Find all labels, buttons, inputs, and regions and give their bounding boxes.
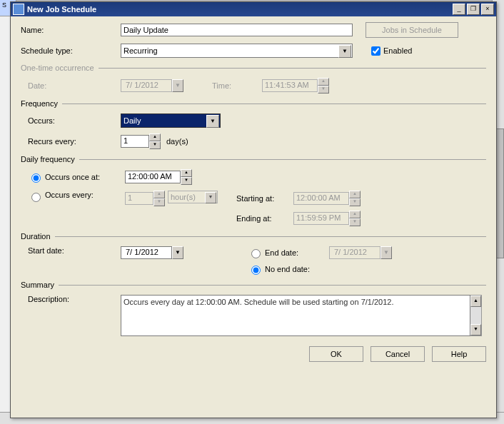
starting-at-spinner: 12:00:00 AM ▲▼ bbox=[293, 191, 361, 206]
occurs-select[interactable]: Daily ▼ bbox=[121, 113, 221, 128]
occurs-every-label: Occurs every: bbox=[45, 191, 125, 199]
restore-button[interactable]: ❐ bbox=[467, 4, 480, 15]
no-end-date-radio[interactable] bbox=[251, 266, 261, 275]
onetime-time-value: 11:41:53 AM bbox=[262, 79, 318, 92]
new-job-schedule-dialog: New Job Schedule _ ❐ × Name: Jobs in Sch… bbox=[10, 1, 497, 418]
onetime-date-picker: 7/ 1/2012 ▼ bbox=[121, 79, 183, 92]
description-textarea[interactable] bbox=[121, 295, 470, 336]
window-title: New Job Schedule bbox=[27, 5, 453, 14]
cancel-button[interactable]: Cancel bbox=[371, 346, 425, 362]
spin-up-icon: ▲ bbox=[153, 191, 165, 198]
chevron-down-icon: ▼ bbox=[205, 192, 216, 203]
occurs-every-n-value: 1 bbox=[125, 192, 153, 205]
enabled-checkbox[interactable]: Enabled bbox=[368, 44, 412, 58]
jobs-in-schedule-button: Jobs in Schedule bbox=[366, 22, 458, 38]
end-date-label: End date: bbox=[265, 248, 329, 257]
spin-down-icon: ▼ bbox=[349, 218, 361, 226]
ok-button[interactable]: OK bbox=[309, 346, 363, 362]
enabled-label: Enabled bbox=[383, 46, 412, 55]
spin-up-icon[interactable]: ▲ bbox=[149, 133, 161, 141]
name-label: Name: bbox=[21, 26, 121, 34]
onetime-group-title: One-time occurrence bbox=[21, 64, 99, 72]
start-date-label: Start date: bbox=[28, 246, 121, 255]
close-button[interactable]: × bbox=[481, 4, 494, 15]
occurs-once-radio[interactable] bbox=[31, 173, 41, 183]
help-button[interactable]: Help bbox=[432, 346, 486, 362]
no-end-date-label: No end date: bbox=[265, 265, 310, 273]
scroll-up-icon[interactable]: ▲ bbox=[470, 296, 481, 307]
divider bbox=[62, 104, 486, 104]
spin-up-icon: ▲ bbox=[318, 78, 329, 86]
title-bar[interactable]: New Job Schedule _ ❐ × bbox=[11, 2, 496, 16]
end-date-picker: 7/ 1/2012 ▼ bbox=[329, 246, 392, 259]
onetime-time-label: Time: bbox=[212, 81, 262, 90]
chevron-down-icon: ▼ bbox=[172, 79, 183, 92]
divider bbox=[99, 68, 486, 69]
ending-at-label: Ending at: bbox=[236, 214, 293, 223]
chevron-down-icon[interactable]: ▼ bbox=[172, 246, 183, 259]
spin-up-icon: ▲ bbox=[349, 211, 361, 218]
description-scrollbar[interactable]: ▲ ▼ bbox=[470, 295, 482, 336]
frequency-group-title: Frequency bbox=[21, 99, 62, 108]
spin-down-icon: ▼ bbox=[153, 198, 165, 206]
spin-up-icon[interactable]: ▲ bbox=[181, 169, 192, 177]
spin-down-icon[interactable]: ▼ bbox=[181, 177, 192, 185]
recurs-every-value[interactable]: 1 bbox=[121, 135, 149, 148]
onetime-date-label: Date: bbox=[28, 81, 121, 90]
description-label: Description: bbox=[28, 295, 121, 303]
recurs-every-label: Recurs every: bbox=[28, 137, 121, 146]
enabled-checkbox-input[interactable] bbox=[371, 46, 380, 56]
spin-down-icon: ▼ bbox=[318, 86, 329, 94]
occurs-label: Occurs: bbox=[28, 116, 121, 125]
ending-at-value: 11:59:59 PM bbox=[293, 212, 349, 225]
schedule-type-value: Recurring bbox=[124, 46, 158, 55]
occurs-once-time-value[interactable]: 12:00:00 AM bbox=[125, 171, 181, 183]
start-date-picker[interactable]: 7/ 1/2012 ▼ bbox=[121, 246, 183, 259]
occurs-once-time-spinner[interactable]: 12:00:00 AM ▲▼ bbox=[125, 169, 192, 185]
divider bbox=[79, 159, 486, 160]
scroll-down-icon[interactable]: ▼ bbox=[470, 324, 481, 335]
occurs-every-unit-select: hour(s) ▼ bbox=[168, 191, 218, 203]
onetime-time-spinner: 11:41:53 AM ▲▼ bbox=[262, 78, 329, 94]
daily-frequency-group-title: Daily frequency bbox=[21, 155, 79, 163]
recurs-every-spinner[interactable]: 1 ▲▼ bbox=[121, 133, 161, 149]
ending-at-spinner: 11:59:59 PM ▲▼ bbox=[293, 211, 361, 226]
divider bbox=[59, 285, 486, 286]
occurs-once-label: Occurs once at: bbox=[45, 173, 125, 181]
spin-down-icon[interactable]: ▼ bbox=[149, 141, 161, 149]
app-icon bbox=[13, 4, 24, 15]
minimize-button[interactable]: _ bbox=[453, 4, 465, 15]
days-unit-label: day(s) bbox=[166, 137, 188, 146]
starting-at-label: Starting at: bbox=[236, 194, 293, 203]
onetime-date-value: 7/ 1/2012 bbox=[121, 79, 172, 92]
chevron-down-icon: ▼ bbox=[380, 246, 392, 259]
duration-group-title: Duration bbox=[21, 232, 55, 241]
schedule-type-select[interactable]: Recurring ▼ bbox=[121, 44, 353, 58]
chevron-down-icon: ▼ bbox=[338, 45, 351, 58]
chevron-down-icon: ▼ bbox=[206, 115, 219, 128]
summary-group-title: Summary bbox=[21, 281, 59, 289]
occurs-every-unit-value: hour(s) bbox=[171, 193, 196, 201]
occurs-every-radio[interactable] bbox=[31, 193, 41, 202]
end-date-radio[interactable] bbox=[251, 249, 261, 258]
starting-at-value: 12:00:00 AM bbox=[293, 192, 349, 205]
divider bbox=[55, 236, 486, 237]
occurs-value: Daily bbox=[124, 116, 141, 125]
spin-up-icon: ▲ bbox=[349, 191, 361, 198]
spin-down-icon: ▼ bbox=[349, 198, 361, 206]
name-input[interactable] bbox=[121, 24, 353, 36]
end-date-value: 7/ 1/2012 bbox=[329, 246, 380, 259]
schedule-type-label: Schedule type: bbox=[21, 46, 121, 55]
occurs-every-n-spinner: 1 ▲▼ bbox=[125, 191, 165, 206]
start-date-value[interactable]: 7/ 1/2012 bbox=[121, 246, 172, 259]
